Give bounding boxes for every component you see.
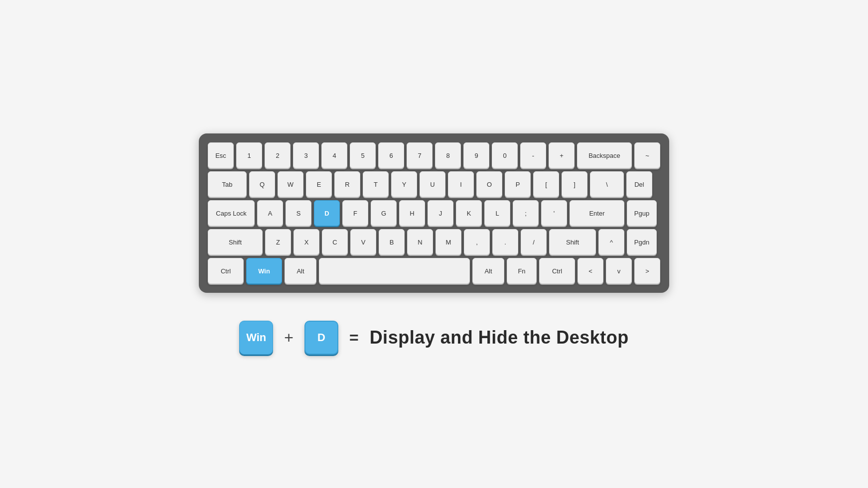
key-n-3-6[interactable]: N [407, 229, 433, 255]
key-l-2-9[interactable]: L [484, 200, 510, 226]
key-g-2-5[interactable]: G [371, 200, 397, 226]
key-f-2-4[interactable]: F [342, 200, 368, 226]
key-esc-0-0[interactable]: Esc [208, 142, 234, 168]
legend-win-label: Win [246, 331, 266, 344]
key-'-2-11[interactable]: ' [541, 200, 567, 226]
key-x-3-2[interactable]: X [293, 229, 319, 255]
key-/-3-10[interactable]: / [521, 229, 547, 255]
key-~-0-14[interactable]: ~ [634, 142, 660, 168]
key-h-2-6[interactable]: H [399, 200, 425, 226]
key-row-3: ShiftZXCVBNM,./Shift^Pgdn [208, 229, 660, 255]
key-a-2-1[interactable]: A [257, 200, 283, 226]
key-2-0-2[interactable]: 2 [265, 142, 290, 168]
legend-plus: + [284, 329, 293, 347]
key-row-1: TabQWERTYUIOP[]\Del [208, 171, 660, 197]
legend-d-label: D [317, 331, 325, 344]
key-fn-4-5[interactable]: Fn [507, 258, 537, 284]
key-;-2-10[interactable]: ; [513, 200, 539, 226]
key-shift-3-0[interactable]: Shift [208, 229, 263, 255]
key-row-2: Caps LockASDFGHJKL;'EnterPgup [208, 200, 660, 226]
key-b-3-5[interactable]: B [379, 229, 405, 255]
key-j-2-7[interactable]: J [428, 200, 453, 226]
key-1-0-1[interactable]: 1 [236, 142, 262, 168]
key-[-1-11[interactable]: [ [533, 171, 559, 197]
key-win-4-1[interactable]: Win [246, 258, 282, 284]
key-spacebar-4-3[interactable] [319, 258, 470, 284]
legend: Win + D = Display and Hide the Desktop [239, 321, 628, 355]
key-s-2-2[interactable]: S [286, 200, 311, 226]
key-shift-3-11[interactable]: Shift [549, 229, 596, 255]
keyboard: Esc1234567890-+Backspace~TabQWERTYUIOP[]… [208, 142, 660, 284]
legend-equals: = [349, 329, 359, 347]
key-0-0-10[interactable]: 0 [492, 142, 518, 168]
key-q-1-1[interactable]: Q [249, 171, 275, 197]
key-pgup-2-13[interactable]: Pgup [627, 200, 657, 226]
key-o-1-9[interactable]: O [476, 171, 502, 197]
legend-win-key: Win [239, 321, 273, 355]
key-del-1-14[interactable]: Del [626, 171, 652, 197]
key-5-0-5[interactable]: 5 [350, 142, 376, 168]
key-r-1-4[interactable]: R [334, 171, 360, 197]
key-tab-1-0[interactable]: Tab [208, 171, 247, 197]
key->-4-9[interactable]: > [634, 258, 660, 284]
key-p-1-10[interactable]: P [505, 171, 531, 197]
legend-description: Display and Hide the Desktop [370, 327, 629, 348]
key-4-0-4[interactable]: 4 [321, 142, 347, 168]
key-t-1-5[interactable]: T [363, 171, 389, 197]
key-ctrl-4-6[interactable]: Ctrl [539, 258, 575, 284]
key---0-11[interactable]: - [520, 142, 546, 168]
key-row-4: CtrlWinAltAltFnCtrl<v> [208, 258, 660, 284]
key-enter-2-12[interactable]: Enter [570, 200, 624, 226]
key-ctrl-4-0[interactable]: Ctrl [208, 258, 244, 284]
key-y-1-6[interactable]: Y [391, 171, 417, 197]
key-d-2-3[interactable]: D [314, 200, 340, 226]
key-+-0-12[interactable]: + [549, 142, 575, 168]
key-k-2-8[interactable]: K [456, 200, 482, 226]
key-caps-lock-2-0[interactable]: Caps Lock [208, 200, 255, 226]
key-i-1-8[interactable]: I [448, 171, 474, 197]
key-v-4-8[interactable]: v [606, 258, 632, 284]
key-]-1-12[interactable]: ] [562, 171, 587, 197]
key-<-4-7[interactable]: < [578, 258, 603, 284]
key-w-1-2[interactable]: W [278, 171, 303, 197]
key-e-1-3[interactable]: E [306, 171, 332, 197]
key-row-0: Esc1234567890-+Backspace~ [208, 142, 660, 168]
key-.-3-9[interactable]: . [492, 229, 518, 255]
key-3-0-3[interactable]: 3 [293, 142, 319, 168]
key-^-3-12[interactable]: ^ [598, 229, 624, 255]
key-backspace-0-13[interactable]: Backspace [577, 142, 632, 168]
key-alt-4-4[interactable]: Alt [472, 258, 504, 284]
key-6-0-6[interactable]: 6 [378, 142, 404, 168]
key-z-3-1[interactable]: Z [265, 229, 291, 255]
legend-d-key: D [304, 321, 338, 355]
key-\-1-13[interactable]: \ [590, 171, 624, 197]
key-8-0-8[interactable]: 8 [435, 142, 461, 168]
keyboard-wrapper: Esc1234567890-+Backspace~TabQWERTYUIOP[]… [199, 133, 669, 293]
key-pgdn-3-13[interactable]: Pgdn [627, 229, 657, 255]
key-alt-4-2[interactable]: Alt [285, 258, 316, 284]
key-c-3-3[interactable]: C [322, 229, 348, 255]
key-9-0-9[interactable]: 9 [463, 142, 489, 168]
key-m-3-7[interactable]: M [435, 229, 461, 255]
key-u-1-7[interactable]: U [420, 171, 445, 197]
key-v-3-4[interactable]: V [350, 229, 376, 255]
key-7-0-7[interactable]: 7 [407, 142, 433, 168]
key-,-3-8[interactable]: , [464, 229, 490, 255]
